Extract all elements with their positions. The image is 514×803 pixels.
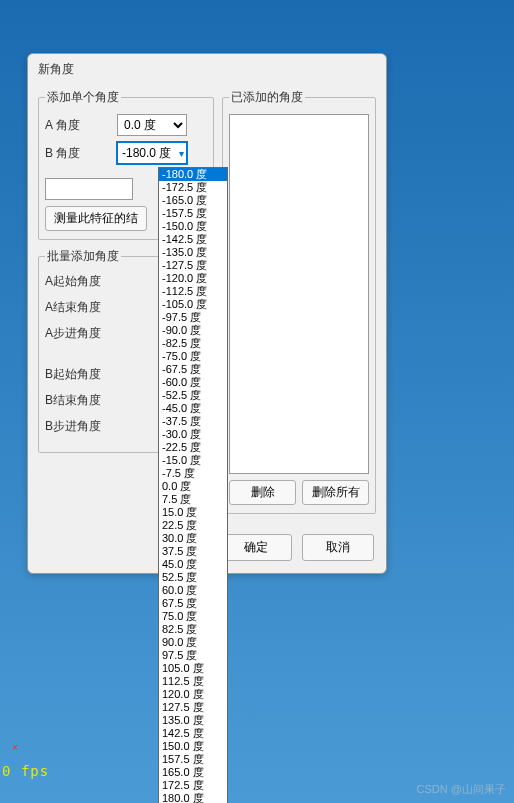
- added-angles-group: 已添加的角度 删除 删除所有: [222, 89, 376, 514]
- dropdown-item[interactable]: -82.5 度: [159, 337, 227, 350]
- dropdown-item[interactable]: -97.5 度: [159, 311, 227, 324]
- dropdown-item[interactable]: 180.0 度: [159, 792, 227, 803]
- delete-button[interactable]: 删除: [229, 480, 296, 505]
- dialog-title: 新角度: [28, 54, 386, 85]
- dropdown-item[interactable]: 112.5 度: [159, 675, 227, 688]
- fps-unit: fps: [21, 763, 49, 779]
- dropdown-item[interactable]: -105.0 度: [159, 298, 227, 311]
- dropdown-item[interactable]: -30.0 度: [159, 428, 227, 441]
- list-buttons: 删除 删除所有: [229, 480, 369, 505]
- dropdown-item[interactable]: 150.0 度: [159, 740, 227, 753]
- dropdown-item[interactable]: -75.0 度: [159, 350, 227, 363]
- dropdown-item[interactable]: 0.0 度: [159, 480, 227, 493]
- dropdown-item[interactable]: -150.0 度: [159, 220, 227, 233]
- dropdown-item[interactable]: 97.5 度: [159, 649, 227, 662]
- chevron-down-icon: ▾: [179, 148, 184, 159]
- dropdown-item[interactable]: -37.5 度: [159, 415, 227, 428]
- dropdown-item[interactable]: 67.5 度: [159, 597, 227, 610]
- dropdown-item[interactable]: 7.5 度: [159, 493, 227, 506]
- cancel-button[interactable]: 取消: [302, 534, 374, 561]
- dropdown-item[interactable]: 37.5 度: [159, 545, 227, 558]
- dropdown-item[interactable]: -142.5 度: [159, 233, 227, 246]
- dropdown-item[interactable]: 142.5 度: [159, 727, 227, 740]
- added-angles-list[interactable]: [229, 114, 369, 474]
- red-x-marker: ×: [12, 742, 18, 753]
- right-column: 已添加的角度 删除 删除所有: [222, 89, 376, 522]
- dropdown-item[interactable]: 135.0 度: [159, 714, 227, 727]
- dropdown-item[interactable]: 22.5 度: [159, 519, 227, 532]
- fps-readout: 0 fps: [2, 763, 49, 779]
- dropdown-item[interactable]: 105.0 度: [159, 662, 227, 675]
- a-angle-row: A 角度 0.0 度: [45, 114, 207, 136]
- measure-button[interactable]: 测量此特征的结: [45, 206, 147, 231]
- delete-all-button[interactable]: 删除所有: [302, 480, 369, 505]
- dropdown-item[interactable]: -157.5 度: [159, 207, 227, 220]
- dropdown-item[interactable]: 172.5 度: [159, 779, 227, 792]
- b-angle-value: -180.0 度: [122, 145, 171, 162]
- b-angle-label: B 角度: [45, 145, 113, 162]
- dropdown-item[interactable]: -7.5 度: [159, 467, 227, 480]
- b-angle-row: B 角度 -180.0 度 ▾: [45, 142, 207, 164]
- dropdown-item[interactable]: 120.0 度: [159, 688, 227, 701]
- a-angle-select[interactable]: 0.0 度: [117, 114, 187, 136]
- feature-input[interactable]: [45, 178, 133, 200]
- dropdown-item[interactable]: -90.0 度: [159, 324, 227, 337]
- dropdown-item[interactable]: 15.0 度: [159, 506, 227, 519]
- dropdown-item[interactable]: -22.5 度: [159, 441, 227, 454]
- dropdown-item[interactable]: 60.0 度: [159, 584, 227, 597]
- dropdown-item[interactable]: 165.0 度: [159, 766, 227, 779]
- b-angle-select[interactable]: -180.0 度 ▾: [117, 142, 187, 164]
- fps-value: 0: [2, 763, 11, 779]
- single-angle-legend: 添加单个角度: [45, 89, 121, 106]
- dropdown-item[interactable]: 45.0 度: [159, 558, 227, 571]
- ok-button[interactable]: 确定: [220, 534, 292, 561]
- dropdown-item[interactable]: 127.5 度: [159, 701, 227, 714]
- added-angles-legend: 已添加的角度: [229, 89, 305, 106]
- dropdown-item[interactable]: -127.5 度: [159, 259, 227, 272]
- dropdown-item[interactable]: -180.0 度: [159, 168, 227, 181]
- dropdown-item[interactable]: 75.0 度: [159, 610, 227, 623]
- dropdown-item[interactable]: 30.0 度: [159, 532, 227, 545]
- a-angle-label: A 角度: [45, 117, 113, 134]
- dropdown-item[interactable]: -45.0 度: [159, 402, 227, 415]
- dropdown-item[interactable]: 82.5 度: [159, 623, 227, 636]
- watermark: CSDN @山间果子: [417, 782, 506, 797]
- dropdown-item[interactable]: -52.5 度: [159, 389, 227, 402]
- b-angle-dropdown[interactable]: -180.0 度-172.5 度-165.0 度-157.5 度-150.0 度…: [158, 167, 228, 803]
- dropdown-item[interactable]: 157.5 度: [159, 753, 227, 766]
- dropdown-item[interactable]: 90.0 度: [159, 636, 227, 649]
- dropdown-item[interactable]: -15.0 度: [159, 454, 227, 467]
- dropdown-item[interactable]: -172.5 度: [159, 181, 227, 194]
- dropdown-item[interactable]: -120.0 度: [159, 272, 227, 285]
- dropdown-item[interactable]: -67.5 度: [159, 363, 227, 376]
- dropdown-item[interactable]: -60.0 度: [159, 376, 227, 389]
- dropdown-item[interactable]: -135.0 度: [159, 246, 227, 259]
- batch-angle-legend: 批量添加角度: [45, 248, 121, 265]
- dropdown-item[interactable]: -112.5 度: [159, 285, 227, 298]
- dropdown-item[interactable]: -165.0 度: [159, 194, 227, 207]
- dropdown-item[interactable]: 52.5 度: [159, 571, 227, 584]
